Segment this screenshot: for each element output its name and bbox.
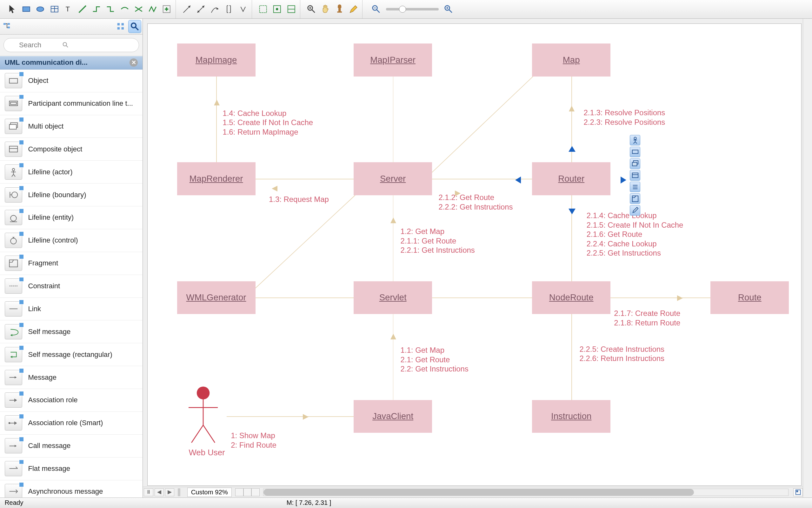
stencil-item[interactable]: Message <box>0 366 142 389</box>
line-tool[interactable] <box>76 3 89 16</box>
stencil-item[interactable]: Participant communication line t... <box>0 92 142 115</box>
svg-text:T: T <box>65 5 70 13</box>
layout-1[interactable] <box>235 488 243 497</box>
stencil-item[interactable]: Self message <box>0 321 142 343</box>
connector-tool-5[interactable] <box>146 3 159 16</box>
stencil-item[interactable]: Self message (rectangular) <box>0 343 142 366</box>
arrow-tool-3[interactable] <box>209 3 222 16</box>
smart-actor-icon[interactable] <box>630 135 640 145</box>
stencil-item[interactable]: Lifeline (boundary) <box>0 183 142 206</box>
close-icon[interactable]: ✕ <box>130 58 138 67</box>
connector-tool-3[interactable] <box>118 3 131 16</box>
diagram-page[interactable]: MapImage MapIParser Map MapRenderer Serv… <box>147 24 801 486</box>
prev-page-icon[interactable]: ◀ <box>154 488 164 497</box>
pencil-tool[interactable] <box>347 3 360 16</box>
stencil-item[interactable]: Lifeline (control) <box>0 229 142 252</box>
search-view-icon[interactable] <box>128 20 141 33</box>
stencil-label: Composite object <box>28 145 82 153</box>
stencil-item[interactable]: Lifeline (entity) <box>0 206 142 229</box>
bottom-bar: ⏸ ◀ ▶ Custom 92% <box>143 487 803 497</box>
actor-web-user[interactable]: Web User <box>188 384 225 457</box>
vertical-scrollbar[interactable] <box>803 19 812 498</box>
arrow-tool-1[interactable] <box>180 3 193 16</box>
next-page-icon[interactable]: ▶ <box>165 488 174 497</box>
stencil-item[interactable]: Association role <box>0 389 142 412</box>
stencil-item[interactable]: Call message <box>0 435 142 458</box>
library-header[interactable]: UML communication di... ✕ <box>0 56 142 70</box>
svg-point-1 <box>37 7 44 12</box>
table-tool[interactable] <box>48 3 61 16</box>
svg-rect-34 <box>121 27 124 29</box>
svg-point-56 <box>10 238 16 244</box>
region-tool-2[interactable] <box>271 3 284 16</box>
svg-line-18 <box>312 10 315 13</box>
bracket-tool-2[interactable] <box>236 3 250 16</box>
stencil-item[interactable]: Asynchronous message <box>0 480 142 498</box>
zoom-slider[interactable] <box>365 3 460 16</box>
zoom-out-icon[interactable] <box>369 3 382 16</box>
grid-view-icon[interactable] <box>114 20 127 33</box>
stencil-item[interactable]: Object <box>0 70 142 92</box>
stencil-item[interactable]: Constraint <box>0 275 142 298</box>
stencil-item[interactable]: Link <box>0 298 142 321</box>
node-javaclient[interactable]: JavaClient <box>354 400 432 433</box>
zoom-in-slider-icon[interactable] <box>442 3 455 16</box>
insert-tool[interactable] <box>160 3 173 16</box>
node-maprenderer[interactable]: MapRenderer <box>177 162 256 195</box>
layout-3[interactable] <box>252 488 260 497</box>
smart-comp-icon[interactable] <box>630 170 640 180</box>
stencil-label: Lifeline (boundary) <box>28 191 86 199</box>
msg-servlet-server: 1.2: Get Map 2.1.1: Get Route 2.2.1: Get… <box>401 227 475 255</box>
connector-tool-1[interactable] <box>90 3 103 16</box>
stencil-item[interactable]: Association role (Smart) <box>0 412 142 435</box>
node-server[interactable]: Server <box>354 162 432 195</box>
connector-tool-2[interactable] <box>104 3 117 16</box>
region-tool-3[interactable] <box>285 3 298 16</box>
node-mapiparser[interactable]: MapIParser <box>354 43 432 76</box>
smart-tools <box>630 135 640 216</box>
zoom-level[interactable]: Custom 92% <box>187 488 232 497</box>
layout-2[interactable] <box>243 488 252 497</box>
stencil-item[interactable]: Multi object <box>0 115 142 138</box>
node-instruction[interactable]: Instruction <box>532 400 611 433</box>
zoom-in-icon[interactable] <box>305 3 318 16</box>
stencil-item[interactable]: Fragment <box>0 252 142 275</box>
tree-view-icon[interactable] <box>1 20 14 33</box>
horizontal-scrollbar[interactable] <box>263 489 788 496</box>
stencil-thumb <box>5 484 22 498</box>
node-map[interactable]: Map <box>532 43 611 76</box>
arrow-tool-2[interactable] <box>194 3 207 16</box>
ellipse-tool[interactable] <box>34 3 47 16</box>
text-tool[interactable]: T <box>62 3 75 16</box>
node-servlet[interactable]: Servlet <box>354 281 432 314</box>
svg-rect-29 <box>8 23 10 25</box>
pause-icon[interactable]: ⏸ <box>144 488 153 497</box>
overview-icon[interactable] <box>793 488 803 497</box>
smart-list-icon[interactable] <box>630 182 640 192</box>
stamp-tool[interactable] <box>333 3 346 16</box>
smart-multi-icon[interactable] <box>630 159 640 169</box>
smart-frag-icon[interactable] <box>630 194 640 204</box>
node-wmlgenerator[interactable]: WMLGenerator <box>177 281 256 314</box>
layout-buttons <box>235 488 260 497</box>
node-route[interactable]: Route <box>711 281 789 314</box>
node-noderoute[interactable]: NodeRoute <box>532 281 611 314</box>
stencil-thumb <box>5 279 22 294</box>
bracket-tool-1[interactable] <box>223 3 235 16</box>
node-mapimage[interactable]: MapImage <box>177 43 256 76</box>
stencil-thumb <box>5 370 22 385</box>
stencil-thumb <box>5 165 22 180</box>
region-tool-1[interactable] <box>257 3 270 16</box>
rect-tool[interactable] <box>20 3 33 16</box>
smart-edit-icon[interactable] <box>630 205 640 216</box>
stencil-item[interactable]: Composite object <box>0 138 142 161</box>
node-router[interactable]: Router <box>532 162 611 195</box>
smart-rect-icon[interactable] <box>630 147 640 157</box>
msg-router-noderoute: 2.1.4: Cache Lookup 2.1.5: Create If Not… <box>587 211 683 257</box>
search-input[interactable] <box>3 38 139 52</box>
pointer-tool[interactable] <box>6 3 19 16</box>
stencil-item[interactable]: Lifeline (actor) <box>0 161 142 183</box>
pan-tool[interactable] <box>319 3 332 16</box>
connector-tool-4[interactable] <box>132 3 145 16</box>
stencil-item[interactable]: Flat message <box>0 458 142 480</box>
